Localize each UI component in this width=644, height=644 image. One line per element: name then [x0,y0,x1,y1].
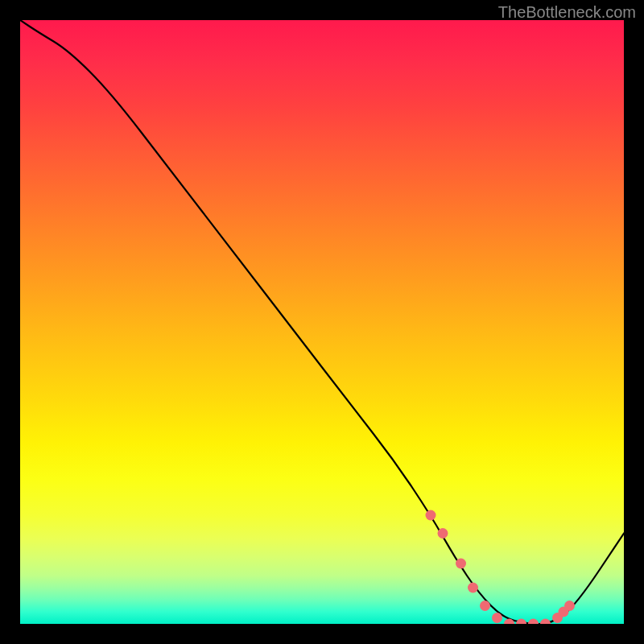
plot-area [20,20,624,624]
highlight-marker [528,619,539,625]
highlight-marker [540,619,551,625]
highlight-marker-group [426,510,576,625]
highlight-marker [492,613,502,623]
highlight-marker [516,619,526,625]
highlight-marker [564,601,575,611]
highlight-marker [456,559,466,569]
highlight-marker [426,510,436,521]
bottleneck-curve-line [20,20,624,624]
highlight-marker [468,583,478,593]
chart-svg [20,20,624,624]
highlight-marker [438,528,448,539]
attribution-text: TheBottleneck.com [498,3,636,22]
highlight-marker [480,601,490,611]
